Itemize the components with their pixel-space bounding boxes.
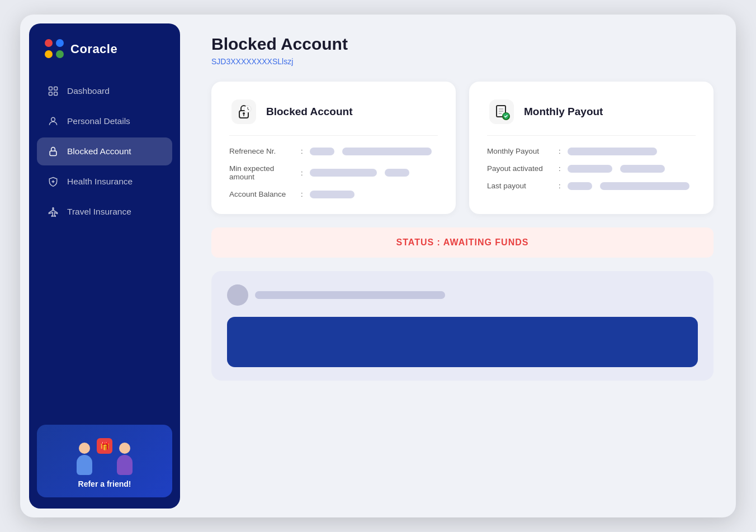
monthly-payout-card: Monthly Payout Monthly Payout : Payout a… xyxy=(469,82,714,214)
sidebar-item-label: Blocked Account xyxy=(67,146,131,156)
card-row-min-amount: Min expectedamount : xyxy=(229,164,438,181)
svg-rect-2 xyxy=(49,92,53,96)
refer-friend-section: 🎁 Refer a friend! xyxy=(37,425,172,497)
sidebar-item-blocked-account[interactable]: Blocked Account xyxy=(37,137,172,165)
dashboard-icon xyxy=(47,85,59,97)
skeleton-bar xyxy=(310,148,334,155)
blocked-account-icon xyxy=(229,97,258,126)
svg-point-8 xyxy=(243,112,245,115)
svg-rect-3 xyxy=(54,92,58,96)
blocked-account-card: Blocked Account Refrenece Nr. : Min expe… xyxy=(211,82,456,214)
graph-header xyxy=(227,284,698,306)
person-icon xyxy=(47,115,59,127)
skeleton-bar xyxy=(310,169,377,177)
sidebar-item-label: Health Insurance xyxy=(67,177,133,187)
card-row-balance: Account Balance : xyxy=(229,190,438,198)
sidebar-item-label: Dashboard xyxy=(67,86,110,96)
skeleton-bar xyxy=(310,191,355,198)
sidebar-item-travel-insurance[interactable]: Travel Insurance xyxy=(37,198,172,226)
cards-row: Blocked Account Refrenece Nr. : Min expe… xyxy=(211,82,714,214)
main-content: Blocked Account SJD3XXXXXXXXSLlszj xyxy=(189,15,736,517)
graph-section xyxy=(211,271,714,381)
blocked-account-card-title: Blocked Account xyxy=(266,106,353,118)
refer-label: Refer a friend! xyxy=(46,479,163,488)
gift-icon: 🎁 xyxy=(97,438,112,454)
card-row-last-payout: Last payout : xyxy=(487,182,696,190)
plane-icon xyxy=(47,206,59,218)
sidebar-nav: Dashboard Personal Details Blocked Accou… xyxy=(29,77,180,425)
field-label: Payout activated xyxy=(487,164,554,173)
sidebar-item-dashboard[interactable]: Dashboard xyxy=(37,77,172,105)
sidebar-item-personal-details[interactable]: Personal Details xyxy=(37,107,172,135)
blocked-account-card-rows: Refrenece Nr. : Min expectedamount : xyxy=(229,147,438,198)
sidebar-item-health-insurance[interactable]: Health Insurance xyxy=(37,168,172,196)
graph-bar-placeholder xyxy=(255,291,445,299)
lock-icon xyxy=(47,145,59,158)
page-title: Blocked Account xyxy=(211,35,714,54)
card-header: Blocked Account xyxy=(229,97,438,136)
svg-rect-6 xyxy=(231,99,256,124)
graph-circle-placeholder xyxy=(227,284,248,306)
monthly-payout-card-rows: Monthly Payout : Payout activated : Last… xyxy=(487,147,696,190)
field-label: Refrenece Nr. xyxy=(229,147,296,155)
svg-rect-11 xyxy=(489,99,514,124)
refer-illustration: 🎁 xyxy=(71,436,138,475)
field-label: Min expectedamount xyxy=(229,164,296,181)
app-name: Coracle xyxy=(70,42,117,56)
graph-main-bar xyxy=(227,317,698,367)
sidebar: Coracle Dashboard Personal Details xyxy=(29,23,180,509)
app-window: Coracle Dashboard Personal Details xyxy=(20,15,736,517)
sidebar-logo: Coracle xyxy=(29,39,180,77)
logo-icon xyxy=(45,39,65,59)
card-row-payout-activated: Payout activated : xyxy=(487,164,696,173)
svg-point-4 xyxy=(51,117,55,121)
card-row-reference: Refrenece Nr. : xyxy=(229,147,438,155)
svg-rect-1 xyxy=(54,87,58,91)
skeleton-bar xyxy=(600,182,689,190)
page-subtitle-link[interactable]: SJD3XXXXXXXXSLlszj xyxy=(211,57,714,66)
svg-rect-0 xyxy=(49,87,53,91)
field-label: Last payout xyxy=(487,182,554,190)
monthly-payout-card-title: Monthly Payout xyxy=(524,106,603,118)
skeleton-bar xyxy=(620,165,665,173)
field-label: Account Balance xyxy=(229,190,296,198)
monthly-payout-icon xyxy=(487,97,516,126)
skeleton-bar xyxy=(568,182,592,190)
card-row-monthly-payout: Monthly Payout : xyxy=(487,147,696,155)
sidebar-item-label: Personal Details xyxy=(67,116,130,126)
svg-rect-5 xyxy=(50,151,56,155)
status-bar: STATUS : AWAITING FUNDS xyxy=(211,227,714,258)
status-text: STATUS : AWAITING FUNDS xyxy=(396,238,529,247)
card-header: Monthly Payout xyxy=(487,97,696,136)
skeleton-bar xyxy=(342,148,432,155)
shield-icon xyxy=(47,175,59,188)
skeleton-bar xyxy=(568,148,657,155)
skeleton-bar xyxy=(385,169,409,177)
skeleton-bar xyxy=(568,165,612,173)
field-label: Monthly Payout xyxy=(487,147,554,155)
sidebar-item-label: Travel Insurance xyxy=(67,207,131,217)
